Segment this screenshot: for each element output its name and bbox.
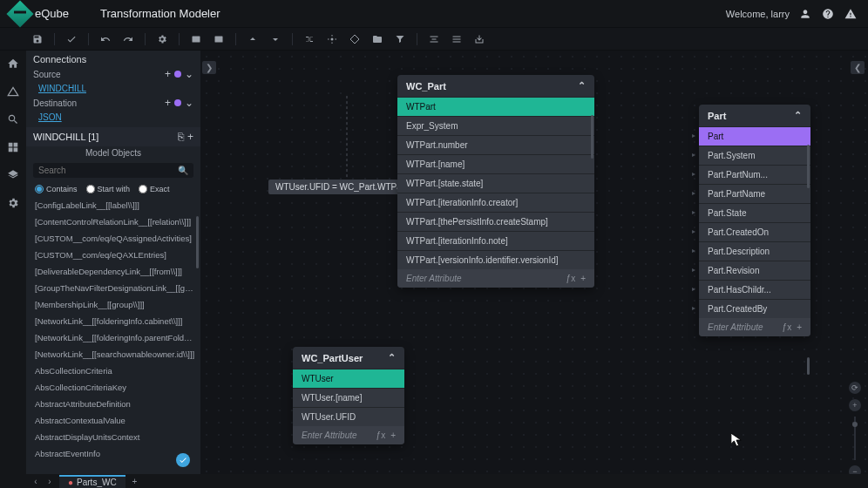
zoom-in-icon[interactable]: + — [849, 399, 861, 411]
list-icon[interactable] — [447, 30, 466, 48]
diamond-icon[interactable] — [345, 30, 364, 48]
node-row[interactable]: ▸Part.State — [699, 203, 810, 222]
node-wc-partuser[interactable]: WC_PartUser ⌃ WTUserWTUser.[name]WTUser.… — [293, 347, 404, 444]
tree-title-row[interactable]: WINDCHILL [1] ⎘ + — [26, 127, 200, 146]
node-row[interactable]: WTPart.[state.state] — [397, 173, 594, 193]
canvas-handle-left[interactable]: ❯ — [202, 61, 216, 74]
node-scrollbar[interactable] — [591, 115, 593, 159]
node-row[interactable]: WTPart — [397, 97, 594, 116]
filter-icon[interactable] — [390, 30, 410, 48]
tree-copy-icon[interactable]: ⎘ — [178, 131, 184, 143]
node-row[interactable]: WTUser — [293, 369, 404, 388]
fx-icon[interactable]: ƒx — [566, 274, 576, 283]
node-row[interactable]: ▸Part.CreatedBy — [699, 299, 810, 318]
node-part-footer[interactable]: Enter Attribute ƒx+ — [699, 318, 810, 336]
list-item[interactable]: [ContentControlRelationLink__[[relation\… — [33, 214, 197, 230]
user-icon[interactable] — [798, 7, 812, 21]
destination-link[interactable]: JSON — [26, 111, 200, 124]
list-item[interactable]: [CUSTOM__com/eq/eQAssignedActivities] — [33, 230, 197, 247]
link-icon[interactable] — [300, 30, 319, 48]
node-row[interactable]: WTPart.[name] — [397, 154, 594, 173]
list-item[interactable]: AbsCollectionCriteria — [33, 363, 197, 379]
sidebar-scrollbar[interactable] — [196, 216, 199, 268]
add-attr-icon[interactable]: + — [797, 322, 802, 332]
home-icon[interactable] — [5, 56, 21, 71]
node-row[interactable]: WTUser.UFID — [293, 407, 404, 426]
apply-check-fab[interactable] — [176, 453, 190, 467]
filter-startwith[interactable]: Start with — [86, 185, 131, 193]
chevron-up-icon[interactable]: ⌃ — [794, 110, 802, 121]
node-row[interactable]: WTPart.[versionInfo.identifier.versionId… — [397, 250, 594, 269]
list-item[interactable]: AbsCollectionCriteriaKey — [33, 379, 197, 396]
source-link[interactable]: WINDCHILL — [26, 82, 200, 95]
node-wc-part-header[interactable]: WC_Part ⌃ — [397, 75, 594, 97]
tab-add-icon[interactable]: + — [125, 477, 145, 486]
node-row[interactable]: ▸Part.Description — [699, 241, 810, 261]
help-icon[interactable] — [821, 7, 835, 21]
add-attr-icon[interactable]: + — [580, 274, 586, 283]
node-part-header[interactable]: Part ⌃ — [699, 105, 810, 126]
node-row[interactable]: ▸Part — [699, 126, 810, 146]
sidebar-search[interactable]: 🔍 — [33, 163, 193, 178]
list-item[interactable]: AbstractEventInfo — [33, 445, 197, 462]
chevron-up-icon[interactable]: ⌃ — [578, 80, 586, 92]
node-row[interactable]: WTPart.[thePersistInfo.createStamp] — [397, 212, 594, 231]
fx-icon[interactable]: ƒx — [783, 322, 792, 332]
align-icon[interactable] — [424, 30, 444, 48]
check-icon[interactable] — [62, 30, 81, 48]
collapse-up-icon[interactable] — [243, 30, 262, 48]
search-input[interactable] — [38, 166, 178, 175]
triangle-icon[interactable] — [5, 84, 21, 99]
list-item[interactable]: [NetworkLink__[[searchownableowner.id\\]… — [33, 346, 197, 363]
node-wc-part[interactable]: WC_Part ⌃ WTPartExpr_SystemWTPart.number… — [397, 75, 594, 288]
node-row[interactable]: ▸Part.HasChildr... — [699, 280, 810, 299]
search-icon[interactable] — [5, 112, 21, 127]
gear-icon[interactable] — [153, 30, 172, 48]
redo-icon[interactable] — [119, 30, 138, 48]
list-item[interactable]: [MembershipLink__[[group\\]]] — [33, 296, 197, 313]
list-item[interactable]: [CUSTOM__com/eq/eQAXLEntries] — [33, 247, 197, 263]
model-object-list[interactable]: [ConfigLabelLink__[[label\\]]][ContentCo… — [26, 197, 200, 474]
node-wc-partuser-footer[interactable]: Enter Attribute ƒx+ — [293, 426, 404, 444]
target-icon[interactable] — [322, 30, 342, 48]
node-wc-part-footer[interactable]: Enter Attribute ƒx+ — [397, 269, 594, 288]
node-row[interactable]: WTPart.[iterationInfo.creator] — [397, 193, 594, 212]
zoom-out-icon[interactable]: − — [849, 465, 861, 474]
filter-exact[interactable]: Exact — [139, 185, 170, 193]
zoom-slider[interactable] — [854, 417, 856, 460]
source-chevron-icon[interactable]: ⌄ — [185, 68, 193, 80]
node-row[interactable]: ▸Part.System — [699, 146, 810, 165]
node-row[interactable]: Expr_System — [397, 116, 594, 135]
panel1-icon[interactable] — [186, 30, 206, 48]
undo-icon[interactable] — [96, 30, 115, 48]
node-scrollbar[interactable] — [807, 145, 810, 188]
search-go-icon[interactable]: 🔍 — [178, 166, 188, 175]
add-attr-icon[interactable]: + — [390, 430, 396, 440]
list-item[interactable]: [NetworkLink__[[folderingInfo.parentFold… — [33, 329, 197, 346]
alert-icon[interactable] — [844, 7, 858, 21]
folder-icon[interactable] — [368, 30, 387, 48]
node-part[interactable]: Part ⌃ ▸Part▸Part.System▸Part.PartNum...… — [699, 105, 810, 336]
node-row[interactable]: WTUser.[name] — [293, 388, 404, 407]
list-item[interactable]: AbstractDisplayUnitsContext — [33, 429, 197, 445]
list-item[interactable]: [GroupTheNavFilterDesignationLink__[[gro… — [33, 280, 197, 296]
list-item[interactable]: [NetworkLink__[[folderingInfo.cabinet\\]… — [33, 313, 197, 329]
canvas-handle-right[interactable]: ❮ — [851, 61, 865, 74]
settings-rail-icon[interactable] — [5, 195, 21, 211]
canvas[interactable]: ❯ ❮ WTUser.UFID = WC_Part.WTPart.[iterat… — [200, 51, 868, 474]
panel2-icon[interactable] — [209, 30, 228, 48]
node-scrollbar-bottom[interactable] — [807, 357, 810, 375]
export-icon[interactable] — [470, 30, 489, 48]
node-row[interactable]: ▸Part.PartNum... — [699, 165, 810, 184]
chevron-up-icon[interactable]: ⌃ — [388, 352, 396, 363]
dest-add-icon[interactable]: + — [165, 97, 171, 109]
source-add-icon[interactable]: + — [165, 68, 171, 80]
refresh-icon[interactable]: ⟳ — [849, 382, 861, 394]
tab-next-icon[interactable]: › — [44, 477, 56, 486]
node-row[interactable]: ▸Part.CreatedOn — [699, 222, 810, 241]
list-item[interactable]: [DeliverableDependencyLink__[[from\\]]] — [33, 263, 197, 280]
fx-icon[interactable]: ƒx — [376, 430, 386, 440]
node-wc-partuser-header[interactable]: WC_PartUser ⌃ — [293, 347, 404, 369]
layers-icon[interactable] — [5, 167, 21, 183]
node-row[interactable]: ▸Part.PartName — [699, 184, 810, 203]
